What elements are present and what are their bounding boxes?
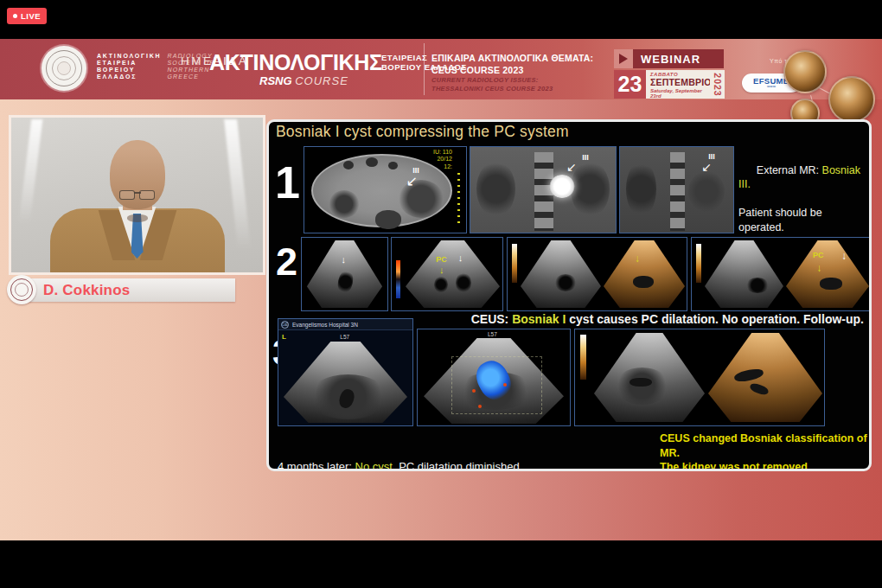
society-gr-line: ΕΤΑΙΡΕΙΑ [97,60,161,66]
pc-dilatation-shape [820,278,842,290]
mr-coronal-image-dark: III ↙ [619,146,734,233]
ceus-colorbar [696,244,701,283]
society-gr-line: ΒΟΡΕΙΟΥ [97,67,161,73]
bowel-shape [366,157,378,167]
scale-ruler [457,173,460,227]
event-title: ΑΚΤΙΝΟΛΟΓΙΚΗΣ [209,50,382,75]
followup-line: 4 months later: No cyst. PC dilatation d… [278,459,585,471]
event-subtitle: ΕΤΑΙΡΕΙΑΣ [381,53,427,62]
ceus-result-line: CEUS: Bosniak I cyst causes PC dilatatio… [471,312,864,326]
webinar-date-panel: ΣΑΒΒΑΤΟ ΣΕΠΤΕΜΒΡΙΟΥ Saturday, September … [646,70,710,99]
webinar-page: LIVE ΑΚΤΙΝΟΛΟΓΙΚΗ RADIOLOGY ΕΤΑΙΡΕΙΑ SOC… [0,0,882,588]
footer-highlight: No cyst [355,460,393,471]
kidney-shape [571,161,610,217]
ceus-colorbar [580,335,586,380]
spine-shape [375,210,401,229]
glasses-lens [139,190,155,200]
ceus-highlight: Bosniak I [512,312,566,326]
webinar-day: 23 [614,70,646,99]
society-en-line: NORTHERN [167,67,214,73]
play-triangle [619,54,628,64]
doppler-colorbar [396,260,400,298]
case-step-number: 1 [275,160,300,205]
efsumb-waves-icon: ≈≈≈ [767,84,776,89]
orientation-marker: L [282,333,286,341]
top-bar [0,0,882,39]
ceus-split-image-followup [574,329,825,426]
sinus-shape [630,378,652,387]
ultrasound-fan [406,240,500,309]
arrow-icon: ↓ [816,263,821,273]
bright-cyst-shape [549,175,575,198]
speaker-name-label: D. Cokkinos [22,278,235,302]
grade-marker: III [582,153,589,162]
followup-notes: 4 months later: No cyst. PC dilatation d… [278,429,585,471]
topic-line: CEUS COURSE 2023 [431,66,593,75]
arrow-icon: ↓ [458,253,463,263]
mr-annotation-line: 20/12 [433,156,452,163]
kidney-shape [329,190,360,218]
live-label: LIVE [21,11,41,21]
case-step-number: 2 [276,242,297,281]
topic-block: ΕΠΙΚΑΙΡΑ ΑΚΤΙΝΟΛΟΓΙΚΑ ΘΕΜΑΤΑ: CEUS COURS… [431,54,593,93]
topic-line-en: THESSALONIKI CEUS COURSE 2023 [431,86,593,93]
pc-dilatation-shape [633,276,654,288]
webinar-year: 2023 [710,70,725,99]
ceus-split-image: PC ↓ ↓ [691,237,871,311]
doppler-dot [503,383,507,387]
live-badge: LIVE [7,8,47,24]
ultrasound-image: ↓ [301,237,388,311]
bowel-shape [388,162,398,169]
ultrasound-image-doppler: L57 [417,329,571,426]
ceus-text: cyst causes PC dilatation. No operation.… [566,312,864,326]
ultrasound-image-doppler-scale: PC ↓ ↓ [391,237,503,311]
arrow-icon: ↙ [566,161,577,173]
probe-label: L57 [340,334,349,340]
topic-line: ΕΠΙΚΑΙΡΑ ΑΚΤΙΝΟΛΟΓΙΚΑ ΘΕΜΑΤΑ: [431,54,593,63]
ceus-text: CEUS: [471,312,512,326]
pc-dilatation-shape [434,276,448,293]
arrow-icon: ↙ [701,161,712,173]
society-seal-logo [42,46,86,91]
footer-text: . PC dilatation diminished. [393,460,522,471]
machine-header: GE Evangelismos Hospital 3N [278,319,412,330]
kidney-shape [626,161,656,217]
speaker-video-feed[interactable] [9,115,265,275]
kidney-shape [688,171,725,213]
conclusion-notes: CEUS changed Bosniak classification of M… [660,431,869,471]
footer-text: 4 months later: [278,460,355,471]
webinar-date-en: Saturday, September 23rd [650,88,710,99]
ceus-split-image: ↓ [507,237,687,311]
arrow-icon: ↓ [635,253,640,264]
pc-label: PC [813,251,824,259]
mr-annotation: IU: 110 20/12 12: [433,149,452,170]
header-divider [424,43,425,95]
note-text: External MR: [757,164,822,176]
conclusion-line: CEUS changed Bosniak classification of M… [660,431,869,460]
society-en-line: GREECE [167,74,214,80]
arrow-icon: ↓ [841,251,847,261]
spine-shape [670,152,685,231]
speaker-glasses [116,190,159,201]
webinar-year-text: 2023 [713,73,723,96]
bowel-shape [343,161,354,169]
pc-dilatation-shape [745,278,770,293]
seal-ring [15,283,29,297]
mr-annotation-line: IU: 110 [433,149,452,156]
pc-label: PC [436,255,447,264]
ultrasound-image-followup: GE Evangelismos Hospital 3N L L57 [278,318,413,426]
society-gr-line: ΕΛΛΑΔΟΣ [97,74,161,80]
kidney-shape [476,161,515,217]
arrow-icon: ↓ [342,255,347,265]
speaker-name: D. Cokkinos [43,282,130,299]
ceus-colorbar [512,244,517,283]
speaker-head [110,140,165,209]
bottom-bar [0,540,882,588]
topic-line-en: CURRENT RADIOLOGY ISSUES: [431,77,593,84]
society-gr-line: ΑΚΤΙΝΟΛΟΓΙΚΗ [97,53,161,59]
hospital-name: Evangelismos Hospital 3N [292,322,358,328]
society-seal-small [7,275,36,304]
course-acronym: RSNG [259,74,292,87]
mr-axial-image: IU: 110 20/12 12: III ↙ [304,146,467,233]
ceus-fan [604,240,685,308]
